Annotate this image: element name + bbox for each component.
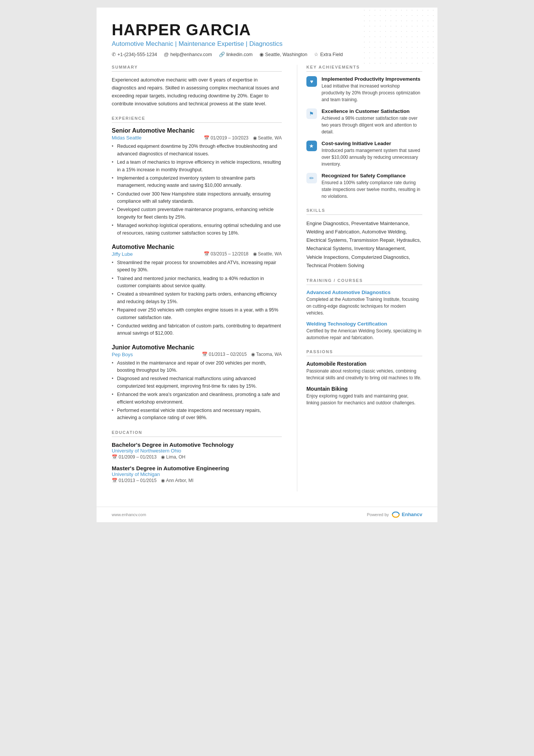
candidate-title: Automotive Mechanic | Maintenance Expert… <box>112 40 422 48</box>
enhancv-logo-svg <box>391 512 400 518</box>
contact-email: @ help@enhancv.com <box>164 52 212 57</box>
contact-extra: ☆ Extra Field <box>314 52 343 57</box>
edu-2-school: University of Michigan <box>112 471 282 477</box>
right-column: KEY ACHIEVEMENTS ♥ Implemented Productiv… <box>297 65 422 491</box>
training-2: Welding Technology Certification Certifi… <box>306 321 422 341</box>
email-text: help@enhancv.com <box>170 52 212 57</box>
location-icon-2: ◉ <box>253 251 257 257</box>
achievements-title: KEY ACHIEVEMENTS <box>306 65 422 72</box>
job-1-bullets: Reduced equipment downtime by 20% throug… <box>112 143 282 237</box>
skills-title: SKILLS <box>306 208 422 215</box>
list-item: Managed workshop logistical operations, … <box>112 222 282 237</box>
footer-url: www.enhancv.com <box>112 512 146 517</box>
experience-section: EXPERIENCE Senior Automotive Mechanic Mi… <box>112 116 282 421</box>
list-item: Conducted welding and fabrication of cus… <box>112 322 282 337</box>
passion-2-desc: Enjoy exploring rugged trails and mainta… <box>306 393 422 406</box>
list-item: Diagnosed and resolved mechanical malfun… <box>112 375 282 390</box>
achievement-3-content: Cost-saving Initiative Leader Introduced… <box>322 141 422 167</box>
summary-section: SUMMARY Experienced automotive mechanic … <box>112 65 282 108</box>
training-2-desc: Certified by the American Welding Societ… <box>306 327 422 341</box>
achievement-4: ✏ Recognized for Safety Compliance Ensur… <box>306 173 422 200</box>
job-1-details: 📅 01/2019 – 10/2023 ◉ Seattle, WA <box>204 135 282 141</box>
list-item: Led a team of mechanics to improve effic… <box>112 159 282 174</box>
experience-title: EXPERIENCE <box>112 116 282 123</box>
list-item: Implemented a computerized inventory sys… <box>112 175 282 189</box>
edu-1: Bachelor's Degree in Automotive Technolo… <box>112 441 282 460</box>
enhancv-logo: Enhancv <box>391 512 422 518</box>
flag-icon: ⚑ <box>306 108 317 119</box>
job-3-details: 📅 01/2013 – 02/2015 ◉ Tacoma, WA <box>202 352 282 357</box>
list-item: Trained and mentored junior mechanics, l… <box>112 275 282 290</box>
list-item: Streamlined the repair process for snowm… <box>112 259 282 274</box>
passion-2: Mountain Biking Enjoy exploring rugged t… <box>306 386 422 406</box>
location-icon-1: ◉ <box>253 135 257 141</box>
achievement-1-desc: Lead initiative that increased workshop … <box>322 83 422 103</box>
calendar-icon-3: 📅 <box>202 352 208 357</box>
passion-1-desc: Passionate about restoring classic vehic… <box>306 368 422 381</box>
list-item: Performed essential vehicle state inspec… <box>112 407 282 422</box>
list-item: Created a streamlined system for trackin… <box>112 291 282 305</box>
achievement-4-desc: Ensured a 100% safety compliance rate du… <box>322 179 422 200</box>
training-1: Advanced Automotive Diagnostics Complete… <box>306 290 422 316</box>
summary-text: Experienced automotive mechanic with ove… <box>112 76 282 108</box>
job-2-title: Automotive Mechanic <box>112 244 282 250</box>
achievement-3-title: Cost-saving Initiative Leader <box>322 141 422 146</box>
training-2-title: Welding Technology Certification <box>306 321 422 327</box>
passions-title: PASSIONS <box>306 349 422 356</box>
job-3-bullets: Assisted in the maintenance and repair o… <box>112 360 282 422</box>
passion-2-title: Mountain Biking <box>306 386 422 392</box>
achievement-1: ♥ Implemented Productivity Improvements … <box>306 76 422 103</box>
contact-location: ◉ Seattle, Washington <box>259 52 307 57</box>
job-2: Automotive Mechanic Jiffy Lube 📅 03/2015… <box>112 244 282 337</box>
job-1-title: Senior Automotive Mechanic <box>112 127 282 134</box>
powered-by-text: Powered by <box>367 512 389 517</box>
star-icon: ★ <box>306 141 317 151</box>
header-section: HARPER GARCIA Automotive Mechanic | Main… <box>97 8 437 65</box>
job-1: Senior Automotive Mechanic Midas Seattle… <box>112 127 282 237</box>
passion-1: Automobile Restoration Passionate about … <box>306 361 422 381</box>
contact-phone: ✆ +1-(234)-555-1234 <box>112 52 157 57</box>
skills-text: Engine Diagnostics, Preventative Mainten… <box>306 219 422 270</box>
left-column: SUMMARY Experienced automotive mechanic … <box>112 65 285 491</box>
candidate-name: HARPER GARCIA <box>112 21 422 39</box>
email-icon: @ <box>164 52 169 57</box>
job-1-company: Midas Seattle <box>112 135 142 141</box>
edu-2-degree: Master's Degree in Automotive Engineerin… <box>112 465 282 471</box>
phone-icon: ✆ <box>112 52 116 57</box>
job-3-company: Pep Boys <box>112 352 133 357</box>
passion-1-title: Automobile Restoration <box>306 361 422 367</box>
extra-text: Extra Field <box>320 52 343 57</box>
edu-2-meta: 📅 01/2013 – 01/2015 ◉ Ann Arbor, MI <box>112 478 282 483</box>
calendar-icon-1: 📅 <box>204 135 209 141</box>
achievement-1-title: Implemented Productivity Improvements <box>322 76 422 82</box>
edu-1-degree: Bachelor's Degree in Automotive Technolo… <box>112 441 282 448</box>
brand-name: Enhancv <box>402 512 422 517</box>
skills-section: SKILLS Engine Diagnostics, Preventative … <box>306 208 422 270</box>
passions-section: PASSIONS Automobile Restoration Passiona… <box>306 349 422 406</box>
training-1-desc: Completed at the Automotive Training Ins… <box>306 296 422 316</box>
edu-2: Master's Degree in Automotive Engineerin… <box>112 465 282 483</box>
location-icon-edu1: ◉ <box>161 454 165 460</box>
job-3: Junior Automotive Mechanic Pep Boys 📅 01… <box>112 344 282 422</box>
footer-brand: Powered by Enhancv <box>367 512 422 518</box>
list-item: Conducted over 300 New Hampshire state i… <box>112 191 282 205</box>
summary-title: SUMMARY <box>112 65 282 72</box>
achievement-1-content: Implemented Productivity Improvements Le… <box>322 76 422 103</box>
list-item: Developed custom preventative maintenanc… <box>112 206 282 221</box>
linkedin-text: linkedin.com <box>226 52 253 57</box>
job-2-company: Jiffy Lube <box>112 251 133 257</box>
achievement-4-content: Recognized for Safety Compliance Ensured… <box>322 173 422 200</box>
calendar-icon-edu1: 📅 <box>112 454 117 460</box>
achievements-section: KEY ACHIEVEMENTS ♥ Implemented Productiv… <box>306 65 422 200</box>
footer: www.enhancv.com Powered by Enhancv <box>97 507 437 522</box>
location-icon: ◉ <box>259 52 264 57</box>
linkedin-icon: 🔗 <box>219 52 225 57</box>
job-1-meta: Midas Seattle 📅 01/2019 – 10/2023 ◉ Seat… <box>112 135 282 141</box>
extra-icon: ☆ <box>314 52 319 57</box>
location-icon-edu2: ◉ <box>161 478 165 483</box>
achievement-3: ★ Cost-saving Initiative Leader Introduc… <box>306 141 422 167</box>
job-2-details: 📅 03/2015 – 12/2018 ◉ Seattle, WA <box>204 251 282 257</box>
calendar-icon-edu2: 📅 <box>112 478 117 483</box>
location-text: Seattle, Washington <box>265 52 307 57</box>
achievement-2-content: Excellence in Customer Satisfaction Achi… <box>322 108 422 135</box>
